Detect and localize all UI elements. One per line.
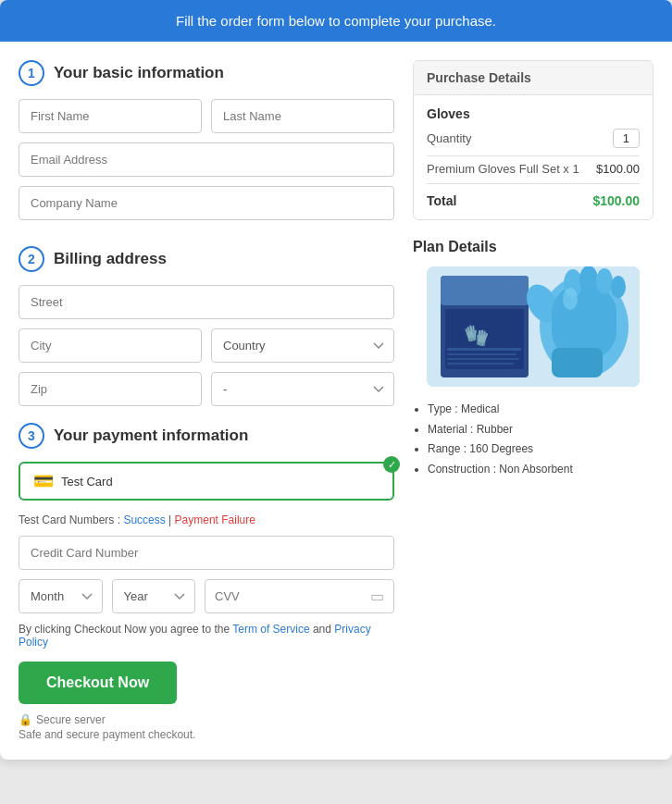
- section-number-1: 1: [19, 60, 44, 86]
- purchase-details-header: Purchase Details: [414, 61, 653, 95]
- year-select[interactable]: Year: [112, 579, 196, 613]
- billing-title: Billing address: [54, 250, 167, 268]
- billing-header: 2 Billing address: [19, 246, 394, 272]
- credit-card-icon: 💳: [33, 471, 54, 491]
- product-image: 🧤: [427, 266, 640, 387]
- price-row: Premium Gloves Full Set x 1 $100.00: [427, 155, 640, 176]
- total-label: Total: [427, 193, 456, 208]
- product-image-area: 🧤: [413, 266, 653, 387]
- secure-info: 🔒 Secure server: [19, 713, 394, 726]
- terms-link[interactable]: Term of Service: [232, 623, 309, 636]
- country-select[interactable]: Country: [211, 328, 394, 363]
- month-select[interactable]: Month: [19, 579, 103, 613]
- terms-text: By clicking Checkout Now you agree to th…: [19, 623, 394, 649]
- svg-rect-16: [552, 348, 603, 377]
- state-select[interactable]: -: [211, 372, 394, 406]
- terms-mid: and: [313, 623, 334, 636]
- svg-rect-6: [447, 353, 516, 355]
- spec-item: Range : 160 Degrees: [428, 439, 653, 460]
- svg-text:🧤: 🧤: [464, 323, 490, 348]
- spec-item: Type : Medical: [428, 400, 653, 420]
- main-content: 1 Your basic information 2 Billing addre…: [0, 42, 672, 760]
- lock-icon: 🔒: [19, 713, 32, 726]
- test-card-button[interactable]: 💳 Test Card ✓: [19, 462, 394, 501]
- cvv-wrap: ▭: [205, 579, 394, 613]
- test-card-text: Test Card Numbers :: [19, 513, 120, 526]
- product-specs: Type : MedicalMaterial : RubberRange : 1…: [413, 400, 653, 479]
- basic-info-title: Your basic information: [54, 64, 224, 82]
- section-number-3: 3: [19, 423, 44, 449]
- svg-point-13: [579, 266, 598, 293]
- svg-point-14: [596, 268, 613, 294]
- safe-text: Safe and secure payment checkout.: [19, 728, 394, 741]
- name-row: [19, 99, 394, 133]
- terms-prefix: By clicking Checkout Now you agree to th…: [19, 623, 232, 636]
- success-link[interactable]: Success: [123, 513, 165, 526]
- purchase-details-box: Purchase Details Gloves Quantity 1 Premi…: [413, 60, 653, 220]
- basic-info-header: 1 Your basic information: [19, 60, 394, 86]
- failure-link[interactable]: Payment Failure: [175, 513, 255, 526]
- quantity-row: Quantity 1: [427, 129, 640, 148]
- card-label: Test Card: [61, 475, 113, 489]
- cvv-card-icon: ▭: [370, 588, 384, 605]
- email-input[interactable]: [19, 142, 394, 177]
- city-country-row: Country: [19, 328, 394, 363]
- spec-item: Material : Rubber: [428, 420, 653, 440]
- total-row: Total $100.00: [427, 183, 640, 208]
- credit-card-input[interactable]: [19, 536, 394, 570]
- product-desc: Premium Gloves Full Set x 1: [427, 162, 579, 176]
- checkout-button[interactable]: Checkout Now: [19, 662, 177, 704]
- city-input[interactable]: [19, 328, 202, 363]
- left-panel: 1 Your basic information 2 Billing addre…: [19, 60, 394, 741]
- payment-header: 3 Your payment information: [19, 423, 394, 449]
- total-price: $100.00: [592, 193, 640, 208]
- cvv-input[interactable]: [215, 580, 370, 612]
- top-banner: Fill the order form below to complete yo…: [0, 0, 672, 42]
- svg-point-17: [563, 288, 578, 310]
- month-year-cvv-row: Month Year ▭: [19, 579, 394, 613]
- product-svg: 🧤: [427, 266, 640, 387]
- plan-details-section: Plan Details: [413, 239, 653, 479]
- right-panel: Purchase Details Gloves Quantity 1 Premi…: [413, 60, 653, 741]
- zip-state-row: -: [19, 372, 394, 406]
- zip-input[interactable]: [19, 372, 202, 406]
- secure-label: Secure server: [36, 713, 106, 726]
- page-wrapper: Fill the order form below to complete yo…: [0, 0, 672, 760]
- section-number-2: 2: [19, 246, 44, 272]
- svg-point-15: [611, 276, 626, 298]
- test-card-info: Test Card Numbers : Success | Payment Fa…: [19, 513, 394, 526]
- svg-rect-2: [441, 276, 529, 305]
- quantity-label: Quantity: [427, 131, 471, 145]
- banner-text: Fill the order form below to complete yo…: [176, 13, 496, 29]
- product-name: Gloves: [427, 106, 640, 121]
- svg-rect-7: [447, 358, 519, 360]
- svg-rect-5: [447, 348, 521, 351]
- last-name-input[interactable]: [211, 99, 394, 133]
- payment-title: Your payment information: [54, 427, 248, 445]
- quantity-value: 1: [613, 129, 640, 148]
- first-name-input[interactable]: [19, 99, 202, 133]
- company-input[interactable]: [19, 186, 394, 220]
- purchase-details-body: Gloves Quantity 1 Premium Gloves Full Se…: [414, 95, 653, 219]
- svg-rect-8: [447, 363, 514, 365]
- street-input[interactable]: [19, 285, 394, 319]
- spec-item: Construction : Non Absorbent: [428, 460, 653, 480]
- plan-details-title: Plan Details: [413, 239, 653, 255]
- product-price: $100.00: [596, 162, 640, 176]
- check-icon: ✓: [383, 456, 400, 473]
